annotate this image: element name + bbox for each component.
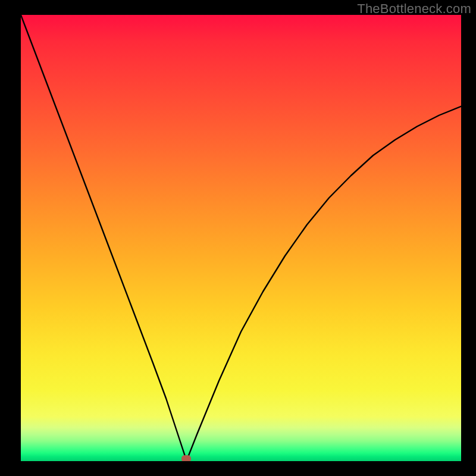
plot-area xyxy=(21,15,461,461)
watermark-text: TheBottleneck.com xyxy=(357,1,471,17)
bottleneck-curve xyxy=(21,15,461,461)
optimal-marker xyxy=(181,455,191,461)
chart-frame: TheBottleneck.com xyxy=(0,0,476,476)
